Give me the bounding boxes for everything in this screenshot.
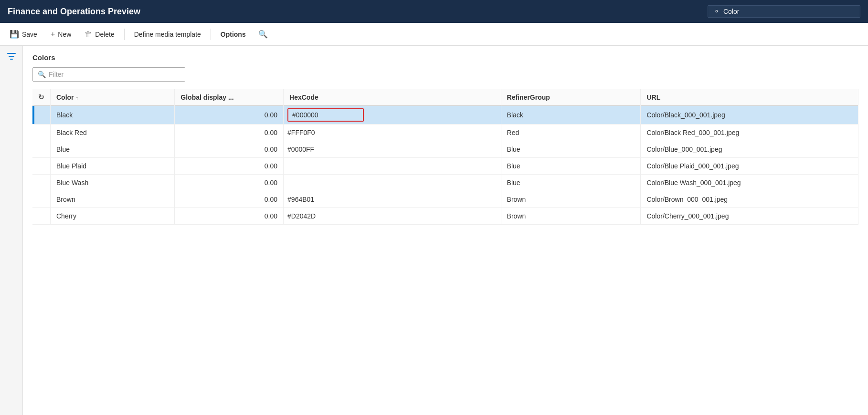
cell-hex-code: #FFF0F0 [284,124,501,141]
row-indicator-cell [32,158,51,175]
cell-hex-code: #964B01 [284,191,501,208]
sort-icon: ↑ [75,95,78,101]
section-title: Colors [32,53,858,62]
new-icon: + [51,30,55,39]
row-indicator-cell [32,191,51,208]
row-indicator-cell [32,141,51,158]
cell-refiner-group: Blue [501,175,641,191]
cell-url: Color/Black Red_000_001.jpeg [641,124,858,141]
cell-global-display: 0.00 [175,106,284,124]
new-button[interactable]: + New [45,27,77,42]
cell-global-display: 0.00 [175,141,284,158]
save-label: Save [22,31,37,38]
table-body: Black0.00BlackColor/Black_000_001.jpegBl… [32,106,858,225]
filter-input-wrap: 🔍 [32,67,185,82]
col-color-label: Color [56,93,74,101]
delete-label: Delete [95,31,114,38]
col-header-color[interactable]: Color ↑ [51,89,175,106]
selection-bar [32,106,34,124]
cell-global-display: 0.00 [175,208,284,225]
col-header-refresh[interactable]: ↻ [32,89,51,106]
cell-hex-code [284,158,501,175]
cell-refiner-group: Black [501,106,641,124]
cell-color: Blue [51,141,175,158]
cell-hex-code[interactable] [284,106,501,124]
hex-code-input[interactable] [292,111,359,119]
refresh-icon[interactable]: ↻ [38,93,44,101]
save-button[interactable]: 💾 Save [4,27,43,42]
data-table: ↻ Color ↑ Global display ... HexCode Ref… [32,89,858,225]
cell-url: Color/Blue Wash_000_001.jpeg [641,175,858,191]
separator [124,29,125,40]
cell-color: Blue Plaid [51,158,175,175]
cell-url: Color/Black_000_001.jpeg [641,106,858,124]
table-row[interactable]: Black0.00BlackColor/Black_000_001.jpeg [32,106,858,124]
cell-global-display: 0.00 [175,158,284,175]
cell-color: Black [51,106,175,124]
toolbar: 💾 Save + New 🗑 Delete Define media templ… [0,23,868,46]
table-header-row: ↻ Color ↑ Global display ... HexCode Ref… [32,89,858,106]
app-title: Finance and Operations Preview [8,7,140,17]
cell-refiner-group: Brown [501,191,641,208]
global-search-input[interactable] [723,8,854,15]
cell-global-display: 0.00 [175,191,284,208]
sidebar-strip [0,46,23,415]
filter-input[interactable] [49,71,180,78]
row-indicator-cell [32,106,51,124]
define-media-button[interactable]: Define media template [128,28,207,41]
cell-hex-code [284,175,501,191]
delete-icon: 🗑 [85,30,92,39]
filter-icon[interactable] [7,52,16,63]
col-header-global: Global display ... [175,89,284,106]
top-bar: Finance and Operations Preview ⚬ [0,0,868,23]
cell-color: Cherry [51,208,175,225]
cell-hex-code: #0000FF [284,141,501,158]
cell-global-display: 0.00 [175,124,284,141]
filter-search-icon: 🔍 [38,71,46,78]
options-label: Options [221,31,246,38]
new-label: New [58,31,71,38]
row-indicator-cell [32,124,51,141]
cell-refiner-group: Blue [501,141,641,158]
options-button[interactable]: Options [215,28,252,41]
table-row[interactable]: Black Red0.00#FFF0F0RedColor/Black Red_0… [32,124,858,141]
global-search[interactable]: ⚬ [708,5,860,18]
cell-color: Blue Wash [51,175,175,191]
cell-refiner-group: Blue [501,158,641,175]
table-row[interactable]: Blue Wash0.00BlueColor/Blue Wash_000_001… [32,175,858,191]
cell-url: Color/Cherry_000_001.jpeg [641,208,858,225]
table-row[interactable]: Brown0.00#964B01BrownColor/Brown_000_001… [32,191,858,208]
cell-refiner-group: Brown [501,208,641,225]
save-icon: 💾 [10,30,19,39]
cell-color: Brown [51,191,175,208]
table-row[interactable]: Blue Plaid0.00BlueColor/Blue Plaid_000_0… [32,158,858,175]
cell-url: Color/Blue_000_001.jpeg [641,141,858,158]
table-row[interactable]: Cherry0.00#D2042DBrownColor/Cherry_000_0… [32,208,858,225]
col-header-hex: HexCode [284,89,501,106]
toolbar-search-icon[interactable]: 🔍 [254,27,273,42]
hex-active-input-wrap [287,108,364,122]
cell-refiner-group: Red [501,124,641,141]
search-icon: ⚬ [714,8,720,15]
col-header-url: URL [641,89,858,106]
cell-url: Color/Blue Plaid_000_001.jpeg [641,158,858,175]
table-row[interactable]: Blue0.00#0000FFBlueColor/Blue_000_001.jp… [32,141,858,158]
filter-container: 🔍 [32,67,858,82]
row-indicator-cell [32,208,51,225]
cell-global-display: 0.00 [175,175,284,191]
content-area: Colors 🔍 ↻ Color ↑ Gl [23,46,868,415]
main-content: Colors 🔍 ↻ Color ↑ Gl [0,46,868,415]
cell-hex-code: #D2042D [284,208,501,225]
cell-color: Black Red [51,124,175,141]
row-indicator-cell [32,175,51,191]
delete-button[interactable]: 🗑 Delete [79,27,120,42]
col-header-refiner: RefinerGroup [501,89,641,106]
define-media-label: Define media template [134,31,201,38]
separator2 [211,29,211,40]
cell-url: Color/Brown_000_001.jpeg [641,191,858,208]
